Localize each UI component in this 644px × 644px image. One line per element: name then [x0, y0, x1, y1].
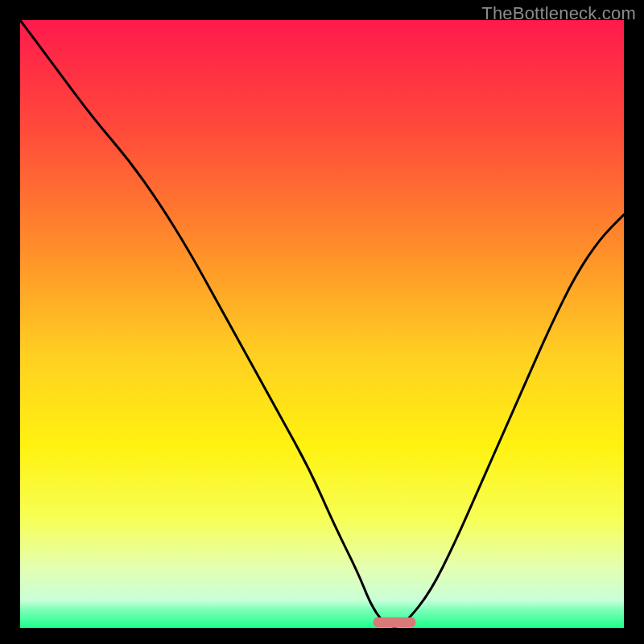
gradient-background: [20, 20, 624, 628]
chart-frame: TheBottleneck.com: [0, 0, 644, 644]
optimal-marker: [374, 617, 416, 627]
bottleneck-chart: [20, 20, 624, 628]
watermark-label: TheBottleneck.com: [481, 3, 636, 24]
